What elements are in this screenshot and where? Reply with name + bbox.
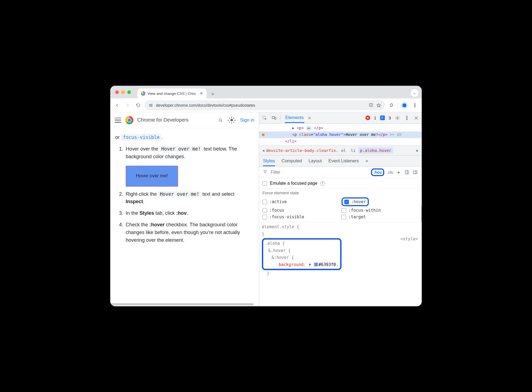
svg-rect-3: [151, 106, 152, 106]
bookmark-icon[interactable]: [376, 103, 381, 108]
browser-tab[interactable]: View and change CSS | Chro ✕: [138, 88, 206, 98]
devtools-toolbar: Elements » ✕1 ☰3: [259, 112, 422, 124]
intro-text: or: [115, 135, 121, 140]
force-element-state: Force element state :active ✓:hover :foc…: [259, 189, 422, 222]
filter-input[interactable]: [270, 170, 368, 175]
list-item: Right-click the Hover over me! text and …: [125, 190, 254, 206]
filter-icon: [263, 170, 267, 175]
browser-window: View and change CSS | Chro ✕ ＋ ⌄ develop…: [110, 86, 422, 306]
error-count: 1: [374, 116, 376, 120]
chrome-logo-icon: [125, 116, 133, 124]
tab-styles[interactable]: Styles: [263, 156, 275, 166]
hov-toggle[interactable]: :hov: [374, 170, 382, 174]
minimize-window-button[interactable]: [121, 90, 125, 94]
code-focus-visible: focus-visible: [121, 134, 162, 141]
tab-layout[interactable]: Layout: [308, 159, 322, 163]
tab-list-button[interactable]: ⌄: [411, 89, 418, 97]
tab-event-listeners[interactable]: Event Listeners: [328, 159, 359, 163]
close-window-button[interactable]: [115, 90, 119, 94]
issues-count: 3: [389, 116, 391, 120]
styles-pane-tabs: Styles Computed Layout Event Listeners »: [259, 155, 422, 167]
address-bar[interactable]: developer.chrome.com/docs/devtools/css#p…: [144, 100, 385, 110]
more-panes-icon[interactable]: »: [366, 158, 368, 164]
reload-button[interactable]: [134, 101, 142, 109]
forward-button[interactable]: [123, 101, 132, 109]
tab-elements[interactable]: Elements: [285, 113, 304, 123]
matched-rule-highlight: .aloha { &.hover { &:hover { background:…: [262, 238, 342, 270]
web-page: Chrome for Developers Sign in ‾‾‾‾‾ ‾‾‾‾…: [110, 112, 259, 306]
gear-icon[interactable]: [395, 115, 400, 121]
hover-checkbox[interactable]: ✓: [344, 200, 349, 204]
active-checkbox[interactable]: [262, 200, 267, 204]
new-style-rule-icon[interactable]: ＋: [396, 170, 401, 175]
hov-toggle-highlight: :hov: [371, 168, 385, 176]
svg-point-13: [407, 116, 407, 117]
force-state-title: Force element state: [262, 190, 418, 195]
focus-visible-checkbox[interactable]: [262, 215, 267, 219]
dom-tree[interactable]: ▶ <p> ⋯ </p> <p class="aloha hover">Hove…: [259, 124, 422, 146]
search-icon[interactable]: [216, 116, 225, 124]
hamburger-menu-icon[interactable]: [115, 118, 121, 123]
list-item: Check the :hover checkbox. The backgroun…: [125, 221, 254, 244]
color-swatch-icon[interactable]: [314, 263, 318, 266]
horizontal-scrollbar[interactable]: [110, 303, 256, 306]
browser-menu-icon[interactable]: [411, 101, 419, 109]
dom-breadcrumb[interactable]: ◀ devsite-article-body.clearfix. ol li p…: [259, 146, 422, 155]
modified-marker-icon: [262, 133, 265, 136]
emulate-focused-checkbox[interactable]: [262, 181, 267, 186]
close-devtools-icon[interactable]: [413, 115, 419, 121]
svg-rect-10: [272, 116, 275, 119]
selected-dom-node[interactable]: <p class="aloha hover">Hover over me!</p…: [259, 131, 422, 138]
new-tab-button[interactable]: ＋: [209, 90, 217, 98]
svg-point-7: [415, 106, 415, 107]
content-area: Chrome for Developers Sign in ‾‾‾‾‾ ‾‾‾‾…: [110, 112, 422, 306]
hover-checkbox-highlight: ✓:hover: [342, 197, 369, 206]
focus-checkbox[interactable]: [262, 208, 267, 213]
titlebar: View and change CSS | Chro ✕ ＋ ⌄: [110, 86, 422, 98]
breadcrumb-selected[interactable]: p.aloha.hover: [358, 147, 393, 154]
browser-toolbar: developer.chrome.com/docs/devtools/css#p…: [110, 98, 422, 112]
svg-point-12: [397, 117, 398, 119]
help-icon[interactable]: ?: [320, 181, 325, 186]
stylesheet-source[interactable]: <style>: [401, 236, 418, 243]
site-title[interactable]: Chrome for Developers: [137, 117, 189, 123]
computed-styles-icon[interactable]: [404, 170, 410, 175]
window-controls: [110, 86, 136, 98]
target-checkbox[interactable]: [342, 215, 346, 219]
ellipsis-icon[interactable]: ⋯: [306, 126, 312, 131]
site-settings-icon[interactable]: [148, 103, 153, 108]
toggle-sidebar-icon[interactable]: [412, 170, 418, 175]
article-body: ‾‾‾‾‾ ‾‾‾‾‾‾ ‾‾‾‾‾‾ ‾‾‾‾‾ ‾‾‾‾‾‾‾ or foc…: [110, 128, 259, 250]
maximize-window-button[interactable]: [127, 90, 131, 94]
profile-button[interactable]: [400, 101, 409, 109]
site-header: Chrome for Developers Sign in: [110, 112, 259, 128]
cls-toggle[interactable]: .cls: [387, 170, 393, 174]
breadcrumb-left-icon[interactable]: ◀: [261, 149, 265, 152]
sign-in-link[interactable]: Sign in: [240, 117, 254, 123]
svg-point-15: [407, 119, 407, 120]
install-icon[interactable]: [369, 103, 374, 108]
svg-rect-0: [149, 104, 151, 105]
back-button[interactable]: [113, 101, 121, 109]
theme-toggle-icon[interactable]: [229, 117, 235, 123]
error-icon[interactable]: ✕: [366, 116, 370, 120]
svg-point-6: [415, 105, 415, 106]
more-tabs-icon[interactable]: »: [308, 115, 311, 121]
close-tab-icon[interactable]: ✕: [200, 91, 203, 96]
expand-icon[interactable]: [309, 263, 311, 266]
svg-rect-2: [149, 106, 151, 106]
inspect-element-icon[interactable]: [262, 115, 267, 121]
devtools-menu-icon[interactable]: [404, 115, 410, 121]
steps-list: Hover over the Hover over me! text below…: [115, 145, 254, 244]
focus-within-checkbox[interactable]: [342, 208, 346, 213]
issues-icon[interactable]: ☰: [380, 116, 385, 120]
device-toggle-icon[interactable]: [271, 115, 277, 121]
tab-computed[interactable]: Computed: [282, 159, 302, 163]
svg-point-8: [219, 119, 221, 121]
svg-point-14: [407, 117, 407, 118]
breadcrumb-right-icon[interactable]: ▶: [415, 149, 420, 152]
extensions-icon[interactable]: [387, 101, 396, 109]
hover-demo-box[interactable]: Hover over me!: [126, 166, 178, 187]
emulate-focused-row: Emulate a focused page ?: [259, 178, 422, 189]
css-rules[interactable]: element.style { } <style> .aloha { &.hov…: [259, 222, 422, 278]
